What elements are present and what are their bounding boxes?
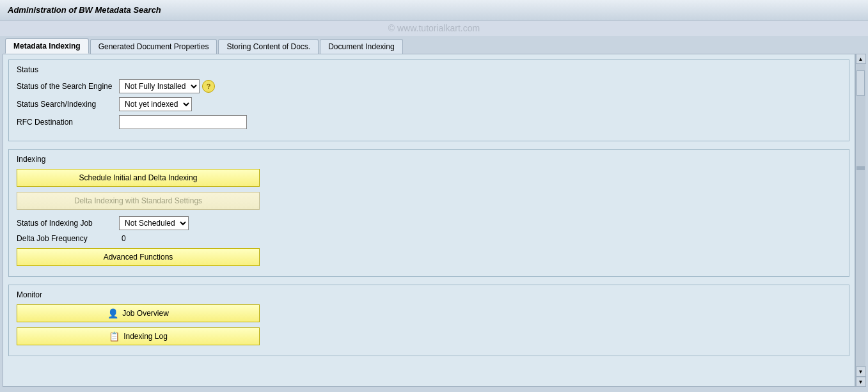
- status-indexing-job-select[interactable]: Not Scheduled Scheduled Running Complete: [119, 216, 189, 230]
- rfc-destination-row: RFC Destination: [17, 115, 841, 129]
- advanced-functions-button[interactable]: Advanced Functions: [17, 248, 260, 266]
- delta-freq-row: Delta Job Frequency 0: [17, 234, 841, 243]
- rfc-destination-label: RFC Destination: [17, 118, 119, 127]
- delta-standard-button[interactable]: Delta Indexing with Standard Settings: [17, 192, 260, 210]
- scroll-resize-handle[interactable]: [856, 166, 865, 170]
- search-indexing-row: Status Search/Indexing Not yet indexed I…: [17, 97, 841, 111]
- search-indexing-label: Status Search/Indexing: [17, 100, 119, 109]
- title-bar: Administration of BW Metadata Search © w…: [0, 0, 868, 36]
- tab-storing-content[interactable]: Storing Content of Docs.: [218, 39, 319, 54]
- search-engine-value: Not Fully Installed Installed Running ?: [119, 79, 215, 93]
- indexing-section: Indexing Schedule Initial and Delta Inde…: [8, 149, 849, 277]
- scroll-bottom-button[interactable]: ▼: [856, 377, 866, 387]
- delta-freq-value: 0: [119, 234, 126, 243]
- list-icon: 📋: [109, 331, 120, 341]
- main-container: Metadata Indexing Generated Document Pro…: [0, 36, 868, 389]
- content-area: Status Status of the Search Engine Not F…: [3, 54, 865, 387]
- scroll-bottom: ▼ ▼: [856, 366, 866, 387]
- watermark: © www.tutorialkart.com: [0, 20, 868, 36]
- tabs-bar: Metadata Indexing Generated Document Pro…: [3, 38, 865, 54]
- indexing-log-btn-row: 📋 Indexing Log: [17, 327, 841, 345]
- status-section-title: Status: [17, 65, 841, 74]
- search-indexing-select[interactable]: Not yet indexed Indexed Partial: [119, 97, 192, 111]
- status-indexing-job-label: Status of Indexing Job: [17, 219, 119, 228]
- app-title: Administration of BW Metadata Search: [8, 5, 161, 15]
- scroll-track: [856, 64, 865, 366]
- tab-document-indexing[interactable]: Document Indexing: [320, 39, 402, 54]
- scrollbar: ▲ ▼ ▼: [855, 54, 865, 387]
- monitor-section: Monitor 👤 Job Overview 📋 Indexing Log: [8, 285, 849, 356]
- scroll-up-button[interactable]: ▲: [856, 54, 866, 64]
- search-engine-label: Status of the Search Engine: [17, 82, 119, 91]
- schedule-initial-delta-button[interactable]: Schedule Initial and Delta Indexing: [17, 169, 260, 187]
- job-overview-btn-row: 👤 Job Overview: [17, 304, 841, 322]
- person-icon: 👤: [107, 308, 118, 318]
- monitor-section-title: Monitor: [17, 290, 841, 299]
- delta-standard-btn-row: Delta Indexing with Standard Settings: [17, 192, 841, 210]
- schedule-btn-row: Schedule Initial and Delta Indexing: [17, 169, 841, 187]
- tab-generated-doc-properties[interactable]: Generated Document Properties: [90, 39, 217, 54]
- search-engine-help-icon[interactable]: ?: [202, 80, 215, 93]
- delta-freq-label: Delta Job Frequency: [17, 234, 119, 243]
- job-overview-button[interactable]: 👤 Job Overview: [17, 304, 260, 322]
- status-indexing-job-row: Status of Indexing Job Not Scheduled Sch…: [17, 216, 841, 230]
- rfc-destination-input[interactable]: [119, 115, 247, 129]
- rfc-destination-value: [119, 115, 247, 129]
- tab-metadata-indexing[interactable]: Metadata Indexing: [5, 38, 89, 54]
- search-indexing-value: Not yet indexed Indexed Partial: [119, 97, 192, 111]
- advanced-btn-row: Advanced Functions: [17, 248, 841, 266]
- scroll-down-button[interactable]: ▼: [856, 366, 866, 377]
- main-panel: Status Status of the Search Engine Not F…: [3, 54, 855, 387]
- indexing-log-button[interactable]: 📋 Indexing Log: [17, 327, 260, 345]
- search-engine-row: Status of the Search Engine Not Fully In…: [17, 79, 841, 93]
- status-indexing-job-value: Not Scheduled Scheduled Running Complete: [119, 216, 189, 230]
- status-section: Status Status of the Search Engine Not F…: [8, 59, 849, 141]
- search-engine-select[interactable]: Not Fully Installed Installed Running: [119, 79, 200, 93]
- indexing-section-title: Indexing: [17, 155, 841, 164]
- scroll-thumb[interactable]: [856, 70, 865, 96]
